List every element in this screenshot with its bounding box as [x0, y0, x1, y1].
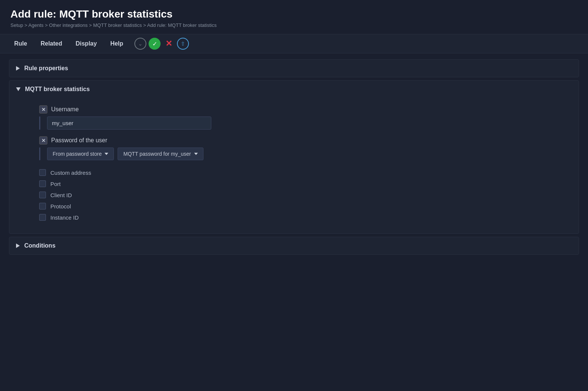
optional-fields: Custom address Port Client ID Protocol I… [39, 167, 556, 223]
password-field-group: ✕ Password of the user From password sto… [39, 136, 556, 160]
username-input[interactable] [47, 117, 211, 130]
conditions-header[interactable]: Conditions [9, 237, 579, 254]
password-source-chevron-icon [105, 153, 108, 155]
chevron-down-icon[interactable]: ⌄ [134, 38, 146, 50]
tab-rule[interactable]: Rule [7, 34, 34, 53]
instance-id-checkbox[interactable] [39, 214, 46, 221]
conditions-title: Conditions [24, 242, 56, 249]
cancel-x-icon[interactable]: ✕ [163, 38, 175, 50]
password-input-wrapper: From password store MQTT password for my… [39, 148, 556, 160]
instance-id-label: Instance ID [50, 214, 79, 221]
username-label: Username [51, 106, 79, 113]
collapse-icon [16, 66, 20, 71]
breadcrumb: Setup > Agents > Other integrations > MQ… [10, 22, 578, 28]
password-value-label: MQTT password for my_user [123, 151, 191, 157]
password-source-label: From password store [53, 151, 102, 157]
optional-field-instance-id: Instance ID [39, 212, 556, 223]
optional-field-protocol: Protocol [39, 201, 556, 212]
client-id-checkbox[interactable] [39, 192, 46, 198]
protocol-label: Protocol [50, 203, 71, 210]
toolbar: Rule Related Display Help ⌄ ✓ ✕ ⇧ [0, 34, 588, 53]
tab-display[interactable]: Display [69, 34, 103, 53]
username-label-row: ✕ Username [39, 105, 556, 114]
custom-address-label: Custom address [50, 170, 91, 176]
page-header: Add rule: MQTT broker statistics Setup >… [0, 0, 588, 34]
tab-related[interactable]: Related [34, 34, 69, 53]
password-row: From password store MQTT password for my… [47, 148, 556, 160]
password-source-dropdown[interactable]: From password store [47, 148, 114, 160]
save-check-icon[interactable]: ✓ [149, 38, 161, 50]
optional-field-custom-address: Custom address [39, 167, 556, 178]
optional-field-port: Port [39, 178, 556, 189]
main-content: Rule properties MQTT broker statistics ✕… [0, 53, 588, 264]
rule-properties-header[interactable]: Rule properties [9, 60, 579, 77]
conditions-collapse-icon [16, 243, 20, 248]
password-value-dropdown[interactable]: MQTT password for my_user [118, 148, 203, 160]
rule-properties-section: Rule properties [9, 59, 579, 77]
port-checkbox[interactable] [39, 180, 46, 187]
username-remove-button[interactable]: ✕ [39, 105, 47, 114]
mqtt-broker-section: MQTT broker statistics ✕ Username ✕ Pass… [9, 80, 579, 234]
username-input-wrapper [39, 117, 556, 130]
custom-address-checkbox[interactable] [39, 169, 46, 176]
conditions-section: Conditions [9, 237, 579, 255]
mqtt-broker-body: ✕ Username ✕ Password of the user From p… [9, 98, 579, 233]
port-label: Port [50, 181, 61, 187]
client-id-label: Client ID [50, 192, 72, 198]
optional-field-client-id: Client ID [39, 189, 556, 201]
mqtt-broker-title: MQTT broker statistics [25, 86, 90, 93]
rule-properties-title: Rule properties [24, 65, 68, 72]
mqtt-broker-header[interactable]: MQTT broker statistics [9, 81, 579, 98]
page-title: Add rule: MQTT broker statistics [10, 8, 578, 20]
password-value-chevron-icon [194, 153, 198, 155]
password-label: Password of the user [51, 137, 107, 144]
upload-icon[interactable]: ⇧ [177, 38, 189, 50]
expand-icon [16, 87, 21, 91]
protocol-checkbox[interactable] [39, 203, 46, 210]
password-label-row: ✕ Password of the user [39, 136, 556, 145]
toolbar-icons: ⌄ ✓ ✕ ⇧ [134, 38, 189, 50]
username-field-group: ✕ Username [39, 105, 556, 130]
password-remove-button[interactable]: ✕ [39, 136, 47, 145]
tab-help[interactable]: Help [103, 34, 130, 53]
